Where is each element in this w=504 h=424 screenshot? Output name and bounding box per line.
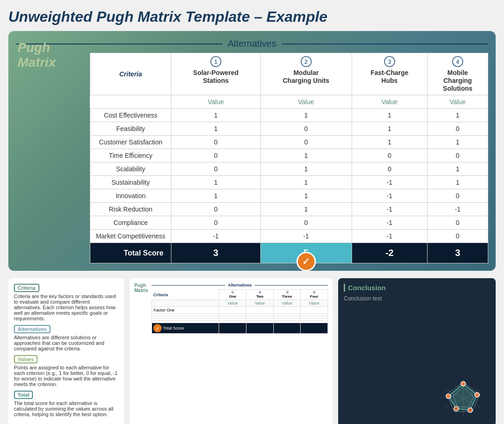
criteria-cell: Scalability bbox=[90, 162, 171, 176]
value-subheader-row: Value Value Value Value bbox=[90, 95, 488, 109]
criteria-header: Criteria bbox=[90, 53, 171, 95]
value-cell: 1 bbox=[427, 136, 488, 149]
value-cell: 1 bbox=[352, 136, 427, 149]
mini-table: Criteria ① One ② Two ③ bbox=[151, 289, 328, 334]
value-cell: -1 bbox=[352, 176, 427, 189]
conclusion-panel: Conclusion Conclusion text bbox=[338, 278, 496, 424]
svg-point-6 bbox=[461, 381, 466, 386]
legend-panel: Criteria Criteria are the key factors or… bbox=[8, 278, 124, 424]
alternatives-desc: Alternatives are different solutions or … bbox=[14, 335, 119, 351]
alt-header-2: 2 ModularCharging Units bbox=[260, 53, 352, 95]
value-cell: -1 bbox=[427, 203, 488, 216]
value-cell: 1 bbox=[260, 189, 352, 203]
values-tag: Values bbox=[14, 355, 38, 363]
alt-header-1: 1 Solar-PoweredStations bbox=[171, 53, 261, 95]
matrix-table: Criteria 1 Solar-PoweredStations 2 Modul… bbox=[90, 53, 488, 263]
value-cell: 1 bbox=[260, 203, 352, 216]
total-desc: The total score for each alternative is … bbox=[14, 400, 119, 417]
value-cell: 0 bbox=[171, 149, 261, 162]
criteria-cell: Risk Reduction bbox=[90, 203, 171, 216]
value-cell: 1 bbox=[260, 149, 352, 162]
value-cell: 1 bbox=[260, 176, 352, 189]
value-cell: -1 bbox=[171, 230, 261, 243]
mini-col-2: ② Two bbox=[246, 290, 274, 300]
value-cell: 0 bbox=[171, 216, 261, 230]
table-row: Customer Satisfaction0011 bbox=[90, 136, 488, 149]
criteria-cell: Market Competitiveness bbox=[90, 230, 171, 243]
mini-col-3: ③ Three bbox=[273, 290, 301, 300]
criteria-cell: Sustainability bbox=[90, 176, 171, 189]
value-cell: 0 bbox=[427, 189, 488, 203]
page-title: Unweighted Pugh Matrix Template – Exampl… bbox=[8, 8, 496, 25]
value-cell: 0 bbox=[171, 136, 261, 149]
mini-col-4: ④ Four bbox=[301, 290, 328, 300]
alt-header-3: 3 Fast-ChargeHubs bbox=[352, 53, 427, 95]
mini-col-1: ① One bbox=[219, 290, 246, 300]
value-cell: 0 bbox=[260, 216, 352, 230]
value-label-1: Value bbox=[171, 95, 261, 109]
value-cell: 1 bbox=[260, 109, 352, 122]
table-row: Time Efficiency0100 bbox=[90, 149, 488, 162]
mini-value-row: Value Value Value Value bbox=[152, 300, 328, 307]
value-cell: -1 bbox=[352, 230, 427, 243]
total-label: Total Score bbox=[90, 243, 171, 263]
value-cell: 0 bbox=[427, 230, 488, 243]
value-cell: 1 bbox=[171, 176, 261, 189]
mini-matrix-panel: PughMatrix Alternatives Criteria ① bbox=[130, 278, 333, 424]
svg-marker-5 bbox=[448, 384, 477, 410]
value-cell: 0 bbox=[427, 149, 488, 162]
matrix-table-wrapper: Criteria 1 Solar-PoweredStations 2 Modul… bbox=[90, 53, 488, 263]
criteria-desc: Criteria are the key factors or standard… bbox=[14, 293, 119, 321]
value-cell: 1 bbox=[427, 162, 488, 176]
value-cell: 0 bbox=[260, 122, 352, 136]
total-tag: Total bbox=[14, 391, 33, 399]
value-cell: -1 bbox=[352, 203, 427, 216]
value-cell: 0 bbox=[352, 162, 427, 176]
svg-point-9 bbox=[454, 406, 459, 411]
value-cell: 0 bbox=[171, 162, 261, 176]
bottom-panels: Criteria Criteria are the key factors or… bbox=[8, 278, 496, 424]
conclusion-title: Conclusion bbox=[344, 284, 490, 292]
mini-pugh-label: PughMatrix bbox=[134, 283, 148, 293]
alternatives-header: Alternatives bbox=[16, 38, 488, 49]
criteria-cell: Time Efficiency bbox=[90, 149, 171, 162]
value-cell: 0 bbox=[427, 216, 488, 230]
mini-criteria-header: Criteria bbox=[152, 290, 219, 300]
svg-point-7 bbox=[475, 393, 479, 397]
mini-alt-label: Alternatives bbox=[228, 283, 252, 287]
value-cell: 0 bbox=[427, 122, 488, 136]
value-cell: 1 bbox=[427, 176, 488, 189]
alternatives-tag: Alternatives bbox=[14, 325, 50, 333]
values-desc: Points are assigned to each alternative … bbox=[14, 365, 119, 387]
value-cell: -1 bbox=[260, 230, 352, 243]
value-cell: 0 bbox=[352, 149, 427, 162]
total-2-winner: 5 ✓ bbox=[260, 243, 352, 263]
conclusion-text: Conclusion text bbox=[344, 295, 490, 302]
matrix-card: Pugh Matrix Alternatives Criteria 1 Sola… bbox=[8, 31, 496, 271]
value-label-2: Value bbox=[260, 95, 352, 109]
spider-chart bbox=[435, 375, 491, 422]
total-4: 3 bbox=[427, 243, 488, 263]
criteria-tag: Criteria bbox=[14, 284, 39, 292]
value-cell: 1 bbox=[260, 162, 352, 176]
criteria-cell: Compliance bbox=[90, 216, 171, 230]
criteria-cell: Innovation bbox=[90, 189, 171, 203]
value-cell: 1 bbox=[427, 109, 488, 122]
value-cell: -1 bbox=[352, 189, 427, 203]
value-cell: 1 bbox=[352, 109, 427, 122]
value-label-4: Value bbox=[427, 95, 488, 109]
value-cell: -1 bbox=[352, 216, 427, 230]
mini-row-1: Factor One bbox=[152, 307, 328, 314]
mini-total-row: ✓ Total Score bbox=[152, 323, 328, 334]
criteria-cell: Customer Satisfaction bbox=[90, 136, 171, 149]
alt-header-4: 4 MobileChargingSolutions bbox=[427, 53, 488, 95]
table-row: Compliance00-10 bbox=[90, 216, 488, 230]
total-score-row: Total Score 3 5 ✓ -2 3 bbox=[90, 243, 488, 263]
svg-point-10 bbox=[446, 394, 451, 399]
winner-check-badge: ✓ bbox=[296, 252, 316, 271]
table-row: Feasibility1010 bbox=[90, 122, 488, 136]
value-cell: 1 bbox=[171, 109, 261, 122]
table-row: Cost Effectiveness1111 bbox=[90, 109, 488, 122]
svg-point-8 bbox=[468, 408, 472, 412]
table-row: Risk Reduction01-1-1 bbox=[90, 203, 488, 216]
